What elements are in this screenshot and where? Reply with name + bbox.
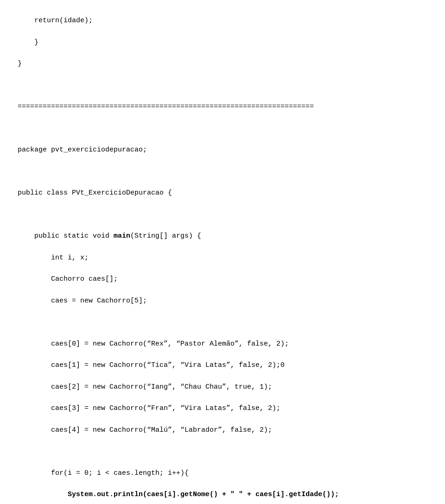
code-line-int-decl: int i, x; <box>18 254 89 262</box>
code-line-return: return(idade); <box>18 17 93 25</box>
code-line-caes1: caes[1] = new Cachorro(“Tica”, “Vira Lat… <box>18 361 285 369</box>
separator-line: ========================================… <box>18 103 314 111</box>
code-line-caes2: caes[2] = new Cachorro(“Iang”, “Chau Cha… <box>18 383 272 391</box>
code-line-class-decl: public class PVt_ExercicioDepuracao { <box>18 189 172 197</box>
code-line-close-class: } <box>18 60 22 68</box>
code-container: return(idade); } } =====================… <box>9 5 436 504</box>
code-line-package: package pvt_exerciciodepuracao; <box>18 146 147 154</box>
code-line-println1: System.out.println(caes[i].getNome() + "… <box>18 491 339 498</box>
code-line-main-decl: public static void main(String[] args) { <box>18 232 201 240</box>
code-line-caes3: caes[3] = new Cachorro(“Fran”, “Vira Lat… <box>18 404 280 412</box>
code-line-caes-new: caes = new Cachorro[5]; <box>18 297 147 305</box>
code-line-cachorro-decl: Cachorro caes[]; <box>18 275 118 283</box>
code-line-caes0: caes[0] = new Cachorro(“Rex”, “Pastor Al… <box>18 340 289 348</box>
code-line-close-method: } <box>18 38 38 46</box>
code-line-for1: for(i = 0; i < caes.length; i++){ <box>18 469 189 477</box>
code-line-caes4: caes[4] = new Cachorro(“Malú”, “Labrador… <box>18 426 272 434</box>
